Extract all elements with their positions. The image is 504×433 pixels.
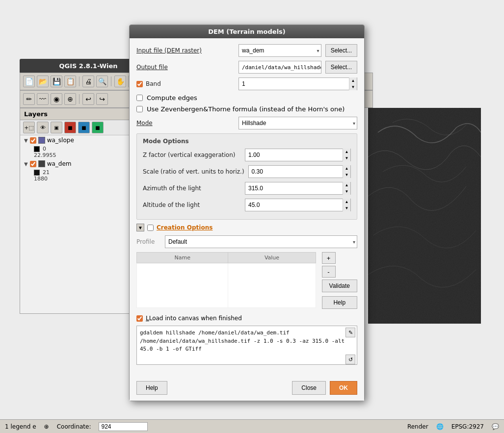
new-file-btn[interactable]: 📄: [23, 76, 35, 87]
table-row: [228, 263, 316, 308]
save-as-btn[interactable]: 📋: [64, 76, 76, 87]
z-factor-input-wrap: ▲ ▼: [245, 149, 351, 161]
render-label: Render: [407, 423, 428, 430]
layer-extra-btn[interactable]: ■: [92, 122, 104, 133]
layer-visibility-checkbox[interactable]: [30, 161, 36, 167]
azimuth-input[interactable]: [245, 184, 343, 193]
z-factor-spin-up[interactable]: ▲: [343, 149, 350, 155]
layers-header: Layers: [20, 108, 132, 120]
pencil-btn[interactable]: ✏: [23, 93, 35, 105]
layer-color-btn[interactable]: ■: [64, 122, 76, 133]
tree-expand-icon[interactable]: ▼: [24, 161, 28, 167]
azimuth-input-wrap: ▲ ▼: [245, 182, 351, 195]
command-textarea[interactable]: [136, 326, 357, 365]
azimuth-row: Azimuth of the light ▲ ▼: [143, 182, 351, 195]
compute-edges-label: Compute edges: [147, 94, 197, 102]
scale-spin-up[interactable]: ▲: [343, 165, 350, 172]
help-small-btn[interactable]: Help: [322, 296, 357, 309]
mode-select[interactable]: Hillshade Slope Aspect Color relief TRI …: [239, 117, 357, 129]
azimuth-spin: ▲ ▼: [343, 182, 350, 195]
input-file-select[interactable]: wa_dem: [239, 44, 321, 57]
creation-options-label[interactable]: Creation Options: [157, 224, 212, 231]
creation-options-collapse-btn[interactable]: ▼: [136, 224, 144, 231]
tree-expand-icon[interactable]: ▼: [24, 138, 28, 143]
load-canvas-checkbox[interactable]: [136, 315, 143, 322]
close-button[interactable]: Close: [292, 381, 326, 395]
add-layer-btn[interactable]: +⬚: [23, 122, 35, 133]
zeven-row: Use Zevenbergen&Thorne formula (instead …: [136, 105, 357, 113]
scale-spin: ▲ ▼: [343, 165, 350, 178]
remove-row-btn[interactable]: -: [322, 266, 336, 278]
layer-name: wa_dem: [47, 160, 72, 167]
band-input[interactable]: [239, 79, 349, 88]
add-row-btn[interactable]: +: [322, 252, 336, 264]
freehand-btn[interactable]: 〰: [37, 93, 49, 105]
layer-visibility-checkbox[interactable]: [30, 137, 36, 144]
z-factor-spin-down[interactable]: ▼: [343, 155, 350, 161]
coordinate-label: Coordinate:: [57, 423, 91, 430]
list-item[interactable]: ▼ wa_dem: [20, 159, 132, 169]
map-area: [368, 108, 481, 324]
layer-symbol-btn[interactable]: ▣: [51, 122, 62, 133]
command-edit-btn[interactable]: ✎: [345, 328, 355, 337]
list-item[interactable]: ▼ wa_slope: [20, 135, 132, 145]
layer-swatch: [38, 160, 45, 167]
altitude-spin-down[interactable]: ▼: [343, 205, 350, 211]
ok-button[interactable]: OK: [330, 381, 357, 395]
band-row: Band ▲ ▼: [136, 77, 357, 90]
band-spin: ▲ ▼: [349, 77, 357, 90]
z-factor-input[interactable]: [245, 151, 343, 159]
table-action-buttons: + - Validate Help: [322, 252, 357, 311]
creation-table-body: [137, 263, 316, 308]
coordinate-icon: ⊕: [44, 423, 49, 430]
hand-btn[interactable]: ✋: [114, 76, 126, 87]
layer-style-btn[interactable]: ■: [78, 122, 90, 133]
coordinate-input[interactable]: [99, 422, 148, 431]
print-btn[interactable]: 🖨: [82, 76, 94, 87]
help-button[interactable]: Help: [136, 381, 167, 395]
compute-edges-checkbox[interactable]: [136, 95, 143, 101]
sep1: [79, 76, 80, 86]
table-header-value: Value: [228, 253, 316, 263]
command-container: ✎ ↺: [136, 326, 357, 366]
altitude-spin-up[interactable]: ▲: [343, 199, 350, 205]
creation-options-checkbox[interactable]: [147, 225, 154, 231]
compute-edges-row: Compute edges: [136, 94, 357, 102]
zoom-in-btn[interactable]: 🔍: [96, 76, 108, 87]
save-btn[interactable]: 💾: [51, 76, 62, 87]
band-spin-up[interactable]: ▲: [349, 77, 357, 84]
move-btn[interactable]: ⊕: [64, 93, 76, 105]
profile-label: Profile: [136, 238, 161, 245]
altitude-label: Altitude of the light: [143, 202, 241, 208]
epsg-label: EPSG:2927: [451, 423, 484, 430]
open-btn[interactable]: 📂: [37, 76, 49, 87]
output-file-row: Output file /daniel/data/wa_hillshade.ti…: [136, 61, 357, 74]
layer-name: wa_slope: [47, 137, 74, 144]
z-factor-spin: ▲ ▼: [343, 149, 350, 161]
validate-btn[interactable]: Validate: [322, 280, 357, 292]
redo-btn[interactable]: ↪: [96, 93, 108, 105]
z-factor-row: Z factor (vertical exaggeration) ▲ ▼: [143, 149, 351, 161]
mode-select-wrap: Hillshade Slope Aspect Color relief TRI …: [239, 117, 357, 129]
output-file-select-btn[interactable]: Select...: [325, 61, 357, 74]
creation-options-header: ▼ Creation Options: [136, 224, 357, 231]
altitude-spin: ▲ ▼: [343, 199, 350, 211]
layers-toolbar: +⬚ 👁 ▣ ■ ■ ■: [20, 120, 132, 135]
band-input-wrap: ▲ ▼: [239, 77, 357, 90]
azimuth-spin-down[interactable]: ▼: [343, 188, 350, 195]
scale-spin-down[interactable]: ▼: [343, 172, 350, 178]
band-checkbox[interactable]: [136, 81, 143, 87]
profile-select[interactable]: Default: [165, 235, 357, 248]
layer-min-value: 21 1880: [20, 169, 132, 182]
azimuth-spin-up[interactable]: ▲: [343, 182, 350, 188]
band-spin-down[interactable]: ▼: [349, 84, 357, 90]
scale-input[interactable]: [249, 167, 343, 176]
undo-btn[interactable]: ↩: [82, 93, 94, 105]
input-file-select-btn[interactable]: Select...: [325, 44, 357, 57]
command-refresh-btn[interactable]: ↺: [345, 355, 355, 364]
altitude-input[interactable]: [245, 201, 343, 209]
altitude-input-wrap: ▲ ▼: [245, 199, 351, 211]
node-btn[interactable]: ◉: [51, 93, 62, 105]
zeven-checkbox[interactable]: [136, 106, 143, 112]
layer-filter-btn[interactable]: 👁: [37, 122, 49, 133]
